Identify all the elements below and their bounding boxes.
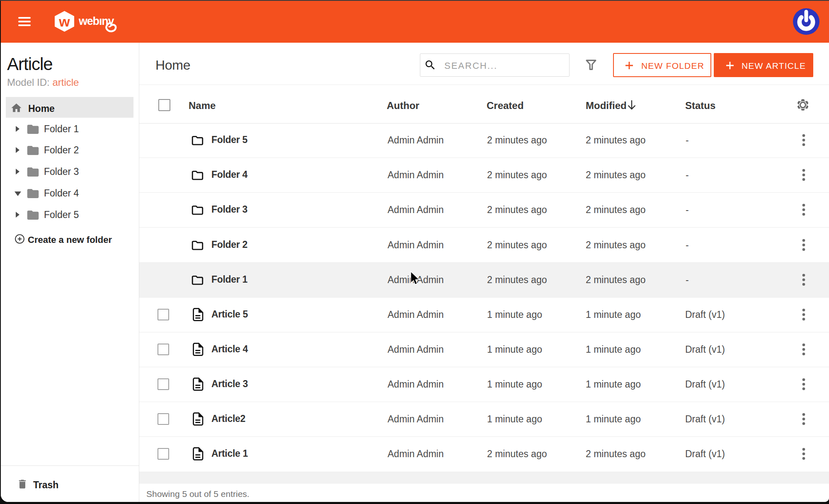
svg-text:w: w xyxy=(58,14,70,29)
